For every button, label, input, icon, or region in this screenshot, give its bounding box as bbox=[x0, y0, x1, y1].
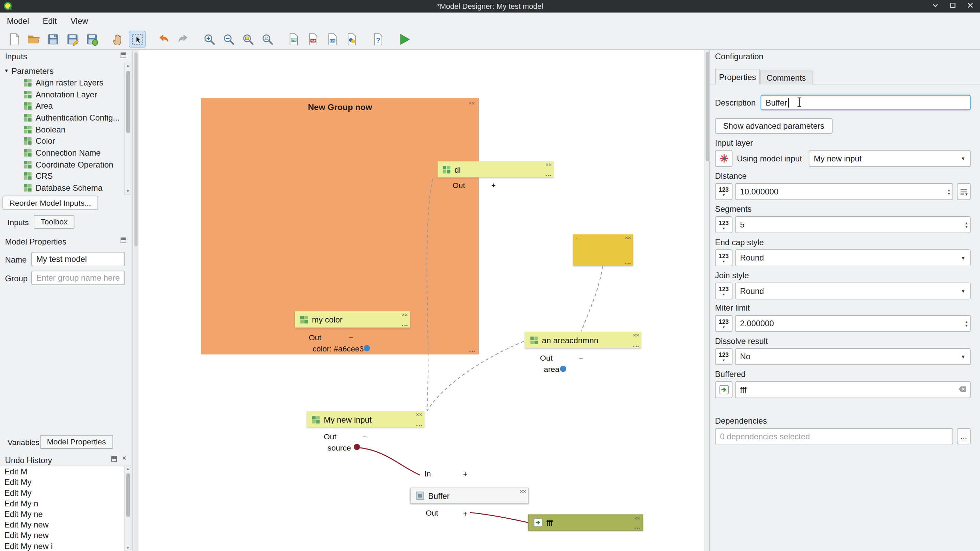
export-as-svg-button[interactable]: SVG bbox=[324, 31, 341, 48]
spin-arrows-icon[interactable]: ▴▾ bbox=[948, 188, 950, 196]
open-model-button[interactable] bbox=[25, 31, 42, 48]
undo-button[interactable] bbox=[155, 31, 172, 48]
save-model-as-button[interactable] bbox=[64, 31, 81, 48]
save-model-button[interactable] bbox=[44, 31, 61, 48]
node-fff-output[interactable]: fff ✕✕ bbox=[528, 514, 643, 531]
tree-item-boolean[interactable]: Boolean bbox=[0, 124, 123, 135]
end-cap-style-combo[interactable]: Round ▼ bbox=[735, 249, 971, 266]
zoom-actual-button[interactable]: 1:1 bbox=[259, 31, 276, 48]
tree-item-database-schema[interactable]: Database Schema bbox=[0, 182, 123, 193]
clear-text-icon[interactable] bbox=[958, 384, 967, 395]
resize-handle-icon[interactable] bbox=[625, 263, 631, 264]
spin-arrows-icon[interactable]: ▴▾ bbox=[966, 320, 967, 327]
undo-item[interactable]: Edit M bbox=[0, 466, 124, 477]
output-port[interactable] bbox=[560, 366, 566, 372]
data-defined-override-button[interactable] bbox=[957, 183, 970, 200]
scroll-down-icon[interactable]: ▼ bbox=[125, 545, 131, 551]
tab-variables[interactable]: Variables bbox=[4, 436, 43, 449]
input-layer-combo[interactable]: My new input ▼ bbox=[809, 150, 970, 167]
model-group-input[interactable]: Enter group name here bbox=[31, 271, 125, 285]
dock-scrollbar[interactable] bbox=[134, 50, 138, 551]
description-input[interactable]: Buffer bbox=[761, 95, 971, 110]
float-panel-icon[interactable] bbox=[111, 456, 117, 462]
scrollbar-thumb[interactable] bbox=[126, 473, 130, 517]
model-input-source-button[interactable] bbox=[715, 150, 732, 167]
resize-handle-icon[interactable] bbox=[402, 325, 407, 326]
edit-help-button[interactable]: ? bbox=[369, 31, 387, 48]
undo-item[interactable]: Edit My n bbox=[0, 498, 124, 509]
undo-item[interactable]: Edit My new i bbox=[0, 541, 124, 551]
delete-component-icon[interactable]: ✕✕ bbox=[625, 236, 631, 241]
node-small-value[interactable]: xz ✕✕ bbox=[573, 234, 633, 266]
node-di[interactable]: di ✕✕ bbox=[438, 161, 554, 178]
tree-group-parameters[interactable]: ▾ Parameters bbox=[0, 65, 123, 76]
menu-model[interactable]: Model bbox=[0, 13, 36, 29]
minimize-button[interactable] bbox=[932, 2, 939, 9]
float-panel-icon[interactable] bbox=[121, 53, 126, 58]
redo-button[interactable] bbox=[174, 31, 191, 48]
reorder-model-inputs-button[interactable]: Reorder Model Inputs... bbox=[2, 196, 98, 210]
resize-handle-icon[interactable] bbox=[635, 527, 640, 529]
collapse-toggle[interactable]: − bbox=[579, 354, 583, 363]
delete-component-icon[interactable]: ✕✕ bbox=[633, 333, 639, 338]
tree-item-area[interactable]: Area bbox=[0, 100, 123, 111]
pan-tool-button[interactable] bbox=[109, 31, 126, 48]
spin-arrows-icon[interactable]: ▴▾ bbox=[966, 221, 967, 228]
float-panel-icon[interactable] bbox=[121, 237, 126, 243]
delete-component-icon[interactable]: ✕✕ bbox=[416, 412, 422, 417]
resize-handle-icon[interactable] bbox=[416, 425, 422, 426]
zoom-in-button[interactable] bbox=[200, 31, 218, 48]
tree-item-align-raster-layers[interactable]: Align raster Layers bbox=[0, 77, 123, 88]
menu-edit[interactable]: Edit bbox=[36, 13, 64, 29]
export-as-image-button[interactable] bbox=[285, 31, 302, 48]
node-my-color[interactable]: my color ✕✕ bbox=[295, 311, 410, 328]
tree-item-coordinate-operation[interactable]: Coordinate Operation bbox=[0, 159, 123, 170]
segments-type-button[interactable]: 123▼ bbox=[715, 216, 732, 233]
dissolve-type-button[interactable]: 123▼ bbox=[715, 348, 732, 365]
expand-toggle[interactable]: + bbox=[463, 470, 468, 479]
zoom-full-button[interactable] bbox=[239, 31, 256, 48]
end-cap-type-button[interactable]: 123▼ bbox=[715, 249, 732, 266]
menu-view[interactable]: View bbox=[64, 13, 95, 29]
dependencies-input[interactable]: 0 dependencies selected bbox=[715, 428, 953, 444]
node-buffer[interactable]: Buffer ✕✕ bbox=[410, 488, 529, 504]
select-tool-button[interactable] bbox=[129, 31, 146, 48]
scroll-up-icon[interactable]: ▲ bbox=[125, 63, 131, 69]
collapse-toggle[interactable]: − bbox=[363, 433, 367, 441]
node-an-areacdnmnn[interactable]: an areacdnmnn ✕✕ bbox=[525, 332, 641, 349]
save-model-in-project-button[interactable] bbox=[83, 31, 100, 48]
undo-item[interactable]: Edit My new bbox=[0, 530, 124, 541]
resize-handle-icon[interactable] bbox=[546, 175, 551, 177]
join-style-type-button[interactable]: 123▼ bbox=[715, 283, 732, 300]
undo-item[interactable]: Edit My ne bbox=[0, 509, 124, 519]
canvas-vertical-scrollbar[interactable] bbox=[705, 50, 710, 551]
maximize-button[interactable] bbox=[949, 2, 956, 9]
expand-toggle[interactable]: + bbox=[463, 510, 468, 518]
export-as-python-button[interactable] bbox=[343, 31, 360, 48]
tree-item-annotation-layer[interactable]: Annotation Layer bbox=[0, 89, 123, 100]
scrollbar-thumb[interactable] bbox=[126, 70, 130, 133]
output-port[interactable] bbox=[364, 345, 370, 351]
delete-component-icon[interactable]: ✕✕ bbox=[545, 162, 551, 167]
model-canvas[interactable]: New Group now ✕✕ di ✕✕ Out + xz ✕✕ bbox=[138, 50, 704, 551]
tab-comments[interactable]: Comments bbox=[760, 70, 813, 84]
delete-component-icon[interactable]: ✕✕ bbox=[401, 313, 407, 318]
join-style-combo[interactable]: Round ▼ bbox=[735, 283, 971, 300]
resize-handle-icon[interactable] bbox=[633, 346, 639, 347]
output-port[interactable] bbox=[354, 444, 360, 450]
close-button[interactable] bbox=[967, 2, 974, 9]
buffered-name-input[interactable]: fff bbox=[735, 381, 971, 398]
collapse-toggle[interactable]: − bbox=[349, 333, 353, 342]
miter-limit-spinbox[interactable]: 2.000000 ▴▾ bbox=[735, 315, 971, 332]
scrollbar-thumb[interactable] bbox=[135, 53, 138, 246]
scroll-down-icon[interactable]: ▼ bbox=[125, 189, 131, 194]
tab-inputs[interactable]: Inputs bbox=[4, 216, 33, 229]
close-panel-icon[interactable]: ✕ bbox=[122, 455, 127, 461]
tree-item-color[interactable]: Color bbox=[0, 135, 123, 146]
delete-component-icon[interactable]: ✕✕ bbox=[520, 489, 526, 494]
scrollbar-thumb[interactable] bbox=[706, 52, 709, 161]
undo-item[interactable]: Edit My new bbox=[0, 519, 124, 530]
model-name-input[interactable]: My test model bbox=[31, 252, 125, 266]
tree-item-crs[interactable]: CRS bbox=[0, 170, 123, 181]
tree-item-authentication-config[interactable]: Authentication Config... bbox=[0, 112, 123, 123]
